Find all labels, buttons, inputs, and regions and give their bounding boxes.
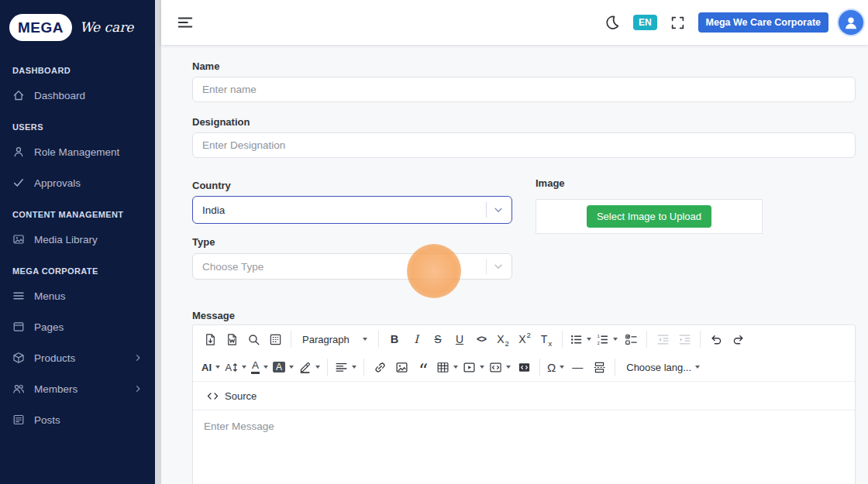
sidebar-item-label: Role Management: [34, 146, 119, 158]
numbered-list-button[interactable]: 12: [594, 328, 620, 350]
code-block-icon: [518, 361, 531, 374]
sidebar-item-label: Approvals: [34, 177, 81, 189]
bulleted-list-button[interactable]: [567, 328, 594, 350]
designation-input[interactable]: [192, 132, 856, 158]
content-scrollbar[interactable]: [155, 0, 161, 484]
sidebar-item-products[interactable]: Products: [0, 342, 155, 373]
text-alignment-button[interactable]: [332, 356, 359, 378]
nav-section-header: CONTENT MANAGEMENT: [0, 198, 155, 224]
chevron-down-icon: [493, 261, 504, 272]
insert-image-button[interactable]: [391, 356, 412, 378]
find-and-replace-button[interactable]: [243, 328, 264, 350]
image-upload-box[interactable]: Select Image to Upload: [536, 199, 763, 234]
subscript-button[interactable]: X2: [492, 328, 514, 350]
font-background-color-button[interactable]: A: [270, 356, 296, 378]
moon-icon: [604, 15, 620, 30]
source-editing-icon: [206, 390, 219, 403]
app-logo[interactable]: MEGA We care: [0, 0, 155, 54]
sidebar-item-pages[interactable]: Pages: [0, 311, 155, 342]
page-break-button[interactable]: [588, 356, 610, 378]
topbar-actions: EN Mega We Care Corporate: [601, 10, 863, 35]
chevron-down-icon: [352, 366, 356, 369]
link-button[interactable]: [369, 356, 391, 378]
code-glyph: <>: [477, 335, 486, 344]
chevron-down-icon: [695, 366, 700, 369]
products-icon: [12, 352, 25, 364]
country-label: Country: [192, 180, 231, 191]
fullscreen-button[interactable]: [667, 12, 688, 33]
export-pdf-button[interactable]: [199, 328, 221, 350]
hamburger-icon: [177, 14, 194, 31]
outdent-button[interactable]: [652, 328, 673, 350]
name-input[interactable]: [192, 77, 856, 102]
posts-icon: [12, 414, 25, 426]
sidebar-item-posts[interactable]: Posts: [0, 404, 155, 435]
html-embed-button[interactable]: [487, 356, 513, 378]
font-color-button[interactable]: A: [249, 356, 270, 378]
user-avatar[interactable]: [839, 10, 863, 35]
sidebar-item-members[interactable]: Members: [0, 373, 155, 404]
horizontal-line-button[interactable]: —: [567, 356, 588, 378]
select-divider: [486, 259, 487, 274]
logo-tagline: We care: [80, 19, 133, 35]
chevron-down-icon: [613, 338, 618, 341]
dark-mode-toggle[interactable]: [601, 12, 623, 33]
font-size-button[interactable]: A: [222, 356, 249, 378]
toolbar-separator: [700, 331, 701, 348]
to-do-list-button[interactable]: [620, 328, 642, 350]
nav-section-header: DASHBOARD: [0, 54, 155, 80]
remove-format-button[interactable]: Tx: [536, 328, 557, 350]
language-badge[interactable]: EN: [633, 15, 657, 30]
superscript-superscript: 2: [527, 331, 531, 339]
undo-button[interactable]: [705, 328, 727, 350]
heading-dropdown-button[interactable]: Paragraph: [296, 328, 374, 350]
toolbar-separator: [539, 359, 540, 376]
message-editor[interactable]: Enter Message: [193, 410, 855, 484]
sidebar-item-role-management[interactable]: Role Management: [0, 136, 155, 167]
ai-commands-button[interactable]: AI: [199, 356, 222, 378]
nav-section-header: USERS: [0, 111, 155, 136]
approvals-icon: [12, 177, 25, 189]
toolbar-separator: [646, 331, 647, 348]
sidebar-item-media-library[interactable]: Media Library: [0, 224, 155, 255]
bold-glyph: B: [391, 334, 398, 345]
type-select[interactable]: Choose Type: [192, 253, 512, 280]
strikethrough-button[interactable]: S: [427, 328, 449, 350]
redo-button[interactable]: [727, 328, 749, 350]
toolbar-separator: [562, 331, 563, 348]
home-icon: [12, 89, 25, 101]
html-embed-icon: [489, 361, 502, 374]
superscript-button[interactable]: X2: [514, 328, 536, 350]
chevron-down-icon: [493, 204, 504, 215]
code-block-button[interactable]: [513, 356, 535, 378]
insert-image-icon: [395, 361, 408, 374]
sidebar-item-dashboard[interactable]: Dashboard: [0, 80, 155, 111]
tenant-button[interactable]: Mega We Care Corporate: [698, 12, 828, 33]
indent-button[interactable]: [673, 328, 695, 350]
select-image-button[interactable]: Select Image to Upload: [587, 205, 711, 228]
export-word-button[interactable]: [221, 328, 243, 350]
sidebar-item-approvals[interactable]: Approvals: [0, 167, 155, 198]
source-editing-button[interactable]: Source: [199, 385, 264, 407]
special-characters-button[interactable]: Ω: [545, 356, 567, 378]
code-button[interactable]: <>: [470, 328, 492, 350]
media-icon: [12, 233, 25, 245]
text-part-language-button[interactable]: Choose lang...: [620, 356, 706, 378]
country-select[interactable]: India: [192, 196, 512, 224]
highlight-button[interactable]: [296, 356, 322, 378]
insert-template-button[interactable]: [264, 328, 286, 350]
italic-button[interactable]: I: [405, 328, 427, 350]
fullscreen-icon: [670, 15, 685, 30]
menus-icon: [12, 290, 25, 302]
block-quote-button[interactable]: “: [412, 356, 434, 378]
sidebar-toggle-button[interactable]: [174, 11, 197, 34]
bold-button[interactable]: B: [384, 328, 405, 350]
insert-table-button[interactable]: [434, 356, 460, 378]
remove-format-subscript: x: [548, 339, 552, 348]
sidebar-item-menus[interactable]: Menus: [0, 280, 155, 311]
toolbar-row-1: ParagraphBISU<>X2X2Tx12: [193, 325, 855, 353]
font-size-icon: A: [225, 361, 238, 374]
insert-media-button[interactable]: [460, 356, 487, 378]
editor-toolbar: ParagraphBISU<>X2X2Tx12AIAAA“Ω—Choose la…: [193, 325, 855, 410]
underline-button[interactable]: U: [449, 328, 470, 350]
